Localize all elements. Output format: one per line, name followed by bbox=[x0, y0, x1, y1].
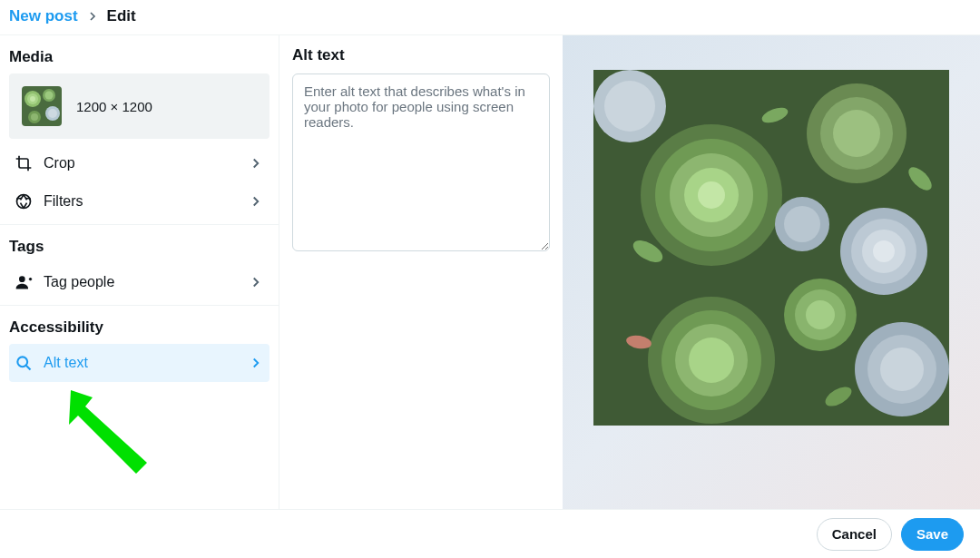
search-icon bbox=[15, 354, 33, 372]
breadcrumb: New post Edit bbox=[0, 0, 980, 34]
save-button[interactable]: Save bbox=[901, 518, 964, 551]
chevron-right-icon bbox=[248, 193, 264, 210]
crop-icon bbox=[15, 154, 33, 172]
media-thumbnail-row[interactable]: 1200 × 1200 bbox=[9, 73, 270, 139]
chevron-right-icon bbox=[85, 9, 100, 24]
media-dimensions: 1200 × 1200 bbox=[76, 99, 152, 114]
chevron-right-icon bbox=[248, 355, 264, 371]
svg-point-3 bbox=[30, 96, 35, 102]
svg-point-32 bbox=[833, 110, 880, 157]
sidebar-item-label: Tag people bbox=[44, 274, 237, 290]
alt-text-input[interactable] bbox=[292, 73, 550, 251]
person-add-icon bbox=[15, 273, 33, 291]
svg-point-29 bbox=[689, 338, 734, 383]
preview-image bbox=[593, 70, 949, 426]
cancel-button[interactable]: Cancel bbox=[817, 518, 892, 551]
svg-point-17 bbox=[19, 276, 25, 282]
panel-title: Alt text bbox=[292, 46, 550, 64]
sidebar-item-label: Crop bbox=[44, 155, 237, 171]
sidebar-item-label: Alt text bbox=[44, 355, 237, 371]
chevron-right-icon bbox=[248, 155, 264, 171]
svg-point-18 bbox=[17, 357, 27, 367]
media-thumbnail bbox=[22, 86, 62, 126]
breadcrumb-current: Edit bbox=[107, 7, 136, 25]
media-section-title: Media bbox=[0, 35, 279, 73]
sidebar-item-tag-people[interactable]: Tag people bbox=[0, 263, 279, 301]
sidebar-item-filters[interactable]: Filters bbox=[0, 182, 279, 220]
svg-point-7 bbox=[48, 109, 57, 118]
svg-point-5 bbox=[45, 92, 54, 100]
svg-point-10 bbox=[17, 195, 31, 209]
svg-point-39 bbox=[880, 348, 924, 391]
sidebar-item-alt-text[interactable]: Alt text bbox=[9, 344, 270, 382]
svg-point-42 bbox=[806, 300, 835, 329]
tags-section-title: Tags bbox=[0, 225, 279, 263]
svg-point-36 bbox=[873, 240, 895, 262]
sidebar-item-label: Filters bbox=[44, 193, 237, 210]
sidebar: Media 1200 × 1200 bbox=[0, 35, 279, 514]
sidebar-item-crop[interactable]: Crop bbox=[0, 144, 279, 182]
breadcrumb-parent-link[interactable]: New post bbox=[9, 7, 78, 25]
svg-point-46 bbox=[784, 206, 820, 242]
preview-panel bbox=[563, 35, 980, 514]
chevron-right-icon bbox=[248, 274, 264, 290]
svg-line-19 bbox=[26, 366, 31, 370]
accessibility-section-title: Accessibility bbox=[0, 306, 279, 344]
svg-rect-0 bbox=[22, 86, 62, 126]
svg-point-9 bbox=[31, 113, 38, 121]
svg-point-25 bbox=[698, 181, 725, 209]
svg-point-44 bbox=[604, 81, 655, 132]
alt-text-panel: Alt text bbox=[279, 35, 563, 514]
aperture-icon bbox=[15, 192, 33, 210]
dialog-footer: Cancel Save bbox=[0, 509, 980, 558]
